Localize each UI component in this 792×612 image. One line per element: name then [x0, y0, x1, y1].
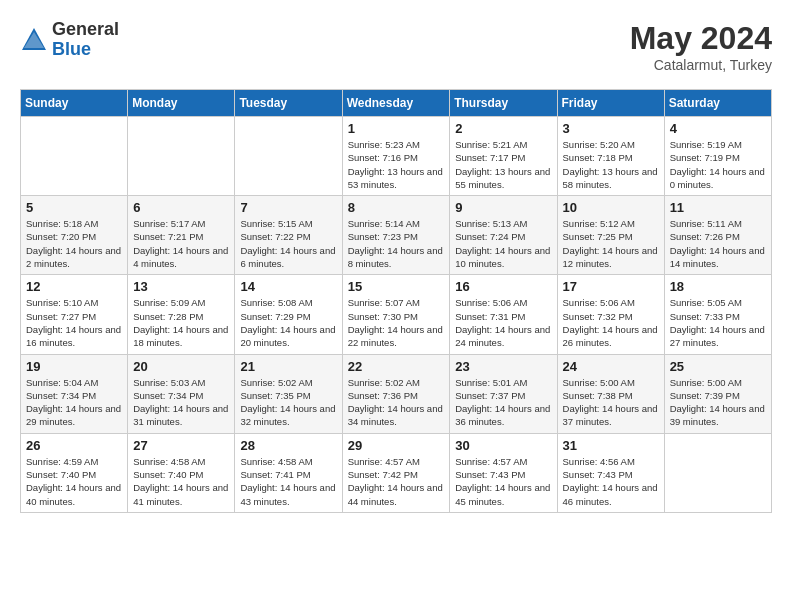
day-number: 28: [240, 438, 336, 453]
calendar-cell: 2Sunrise: 5:21 AM Sunset: 7:17 PM Daylig…: [450, 117, 557, 196]
day-info: Sunrise: 4:58 AM Sunset: 7:40 PM Dayligh…: [133, 455, 229, 508]
day-info: Sunrise: 5:11 AM Sunset: 7:26 PM Dayligh…: [670, 217, 766, 270]
day-number: 16: [455, 279, 551, 294]
calendar-cell: 24Sunrise: 5:00 AM Sunset: 7:38 PM Dayli…: [557, 354, 664, 433]
svg-marker-1: [24, 32, 44, 48]
calendar-cell: 6Sunrise: 5:17 AM Sunset: 7:21 PM Daylig…: [128, 196, 235, 275]
day-number: 21: [240, 359, 336, 374]
weekday-header-saturday: Saturday: [664, 90, 771, 117]
calendar-cell: 25Sunrise: 5:00 AM Sunset: 7:39 PM Dayli…: [664, 354, 771, 433]
day-info: Sunrise: 5:12 AM Sunset: 7:25 PM Dayligh…: [563, 217, 659, 270]
day-info: Sunrise: 5:20 AM Sunset: 7:18 PM Dayligh…: [563, 138, 659, 191]
day-number: 23: [455, 359, 551, 374]
day-info: Sunrise: 5:17 AM Sunset: 7:21 PM Dayligh…: [133, 217, 229, 270]
day-number: 7: [240, 200, 336, 215]
day-info: Sunrise: 5:18 AM Sunset: 7:20 PM Dayligh…: [26, 217, 122, 270]
day-info: Sunrise: 5:02 AM Sunset: 7:35 PM Dayligh…: [240, 376, 336, 429]
day-info: Sunrise: 5:06 AM Sunset: 7:32 PM Dayligh…: [563, 296, 659, 349]
calendar-cell: 29Sunrise: 4:57 AM Sunset: 7:42 PM Dayli…: [342, 433, 450, 512]
day-info: Sunrise: 5:04 AM Sunset: 7:34 PM Dayligh…: [26, 376, 122, 429]
day-info: Sunrise: 4:56 AM Sunset: 7:43 PM Dayligh…: [563, 455, 659, 508]
day-info: Sunrise: 5:00 AM Sunset: 7:38 PM Dayligh…: [563, 376, 659, 429]
day-info: Sunrise: 5:02 AM Sunset: 7:36 PM Dayligh…: [348, 376, 445, 429]
calendar-cell: 31Sunrise: 4:56 AM Sunset: 7:43 PM Dayli…: [557, 433, 664, 512]
calendar-week-3: 12Sunrise: 5:10 AM Sunset: 7:27 PM Dayli…: [21, 275, 772, 354]
day-number: 12: [26, 279, 122, 294]
day-number: 30: [455, 438, 551, 453]
location: Catalarmut, Turkey: [630, 57, 772, 73]
calendar-cell: 14Sunrise: 5:08 AM Sunset: 7:29 PM Dayli…: [235, 275, 342, 354]
page-header: General Blue May 2024 Catalarmut, Turkey: [20, 20, 772, 73]
calendar-cell: 10Sunrise: 5:12 AM Sunset: 7:25 PM Dayli…: [557, 196, 664, 275]
day-number: 20: [133, 359, 229, 374]
calendar: SundayMondayTuesdayWednesdayThursdayFrid…: [20, 89, 772, 513]
logo-general-text: General: [52, 20, 119, 40]
title-block: May 2024 Catalarmut, Turkey: [630, 20, 772, 73]
day-number: 10: [563, 200, 659, 215]
day-info: Sunrise: 5:03 AM Sunset: 7:34 PM Dayligh…: [133, 376, 229, 429]
day-number: 9: [455, 200, 551, 215]
calendar-week-1: 1Sunrise: 5:23 AM Sunset: 7:16 PM Daylig…: [21, 117, 772, 196]
day-info: Sunrise: 4:57 AM Sunset: 7:42 PM Dayligh…: [348, 455, 445, 508]
day-number: 15: [348, 279, 445, 294]
day-info: Sunrise: 5:23 AM Sunset: 7:16 PM Dayligh…: [348, 138, 445, 191]
calendar-cell: 16Sunrise: 5:06 AM Sunset: 7:31 PM Dayli…: [450, 275, 557, 354]
calendar-cell: 19Sunrise: 5:04 AM Sunset: 7:34 PM Dayli…: [21, 354, 128, 433]
day-number: 26: [26, 438, 122, 453]
calendar-cell: [21, 117, 128, 196]
logo-blue-text: Blue: [52, 40, 119, 60]
calendar-cell: 11Sunrise: 5:11 AM Sunset: 7:26 PM Dayli…: [664, 196, 771, 275]
day-number: 2: [455, 121, 551, 136]
month-title: May 2024: [630, 20, 772, 57]
day-number: 18: [670, 279, 766, 294]
day-number: 13: [133, 279, 229, 294]
day-number: 27: [133, 438, 229, 453]
day-number: 5: [26, 200, 122, 215]
weekday-header-sunday: Sunday: [21, 90, 128, 117]
logo-icon: [20, 26, 48, 54]
day-info: Sunrise: 5:06 AM Sunset: 7:31 PM Dayligh…: [455, 296, 551, 349]
calendar-cell: 1Sunrise: 5:23 AM Sunset: 7:16 PM Daylig…: [342, 117, 450, 196]
day-number: 6: [133, 200, 229, 215]
calendar-header-row: SundayMondayTuesdayWednesdayThursdayFrid…: [21, 90, 772, 117]
day-info: Sunrise: 5:10 AM Sunset: 7:27 PM Dayligh…: [26, 296, 122, 349]
calendar-cell: 4Sunrise: 5:19 AM Sunset: 7:19 PM Daylig…: [664, 117, 771, 196]
calendar-week-5: 26Sunrise: 4:59 AM Sunset: 7:40 PM Dayli…: [21, 433, 772, 512]
day-number: 22: [348, 359, 445, 374]
day-info: Sunrise: 5:07 AM Sunset: 7:30 PM Dayligh…: [348, 296, 445, 349]
day-number: 4: [670, 121, 766, 136]
day-info: Sunrise: 5:19 AM Sunset: 7:19 PM Dayligh…: [670, 138, 766, 191]
calendar-cell: 21Sunrise: 5:02 AM Sunset: 7:35 PM Dayli…: [235, 354, 342, 433]
calendar-cell: 23Sunrise: 5:01 AM Sunset: 7:37 PM Dayli…: [450, 354, 557, 433]
day-info: Sunrise: 4:58 AM Sunset: 7:41 PM Dayligh…: [240, 455, 336, 508]
weekday-header-tuesday: Tuesday: [235, 90, 342, 117]
calendar-cell: 27Sunrise: 4:58 AM Sunset: 7:40 PM Dayli…: [128, 433, 235, 512]
day-info: Sunrise: 5:14 AM Sunset: 7:23 PM Dayligh…: [348, 217, 445, 270]
weekday-header-wednesday: Wednesday: [342, 90, 450, 117]
day-number: 19: [26, 359, 122, 374]
weekday-header-monday: Monday: [128, 90, 235, 117]
day-number: 8: [348, 200, 445, 215]
day-number: 24: [563, 359, 659, 374]
calendar-cell: 17Sunrise: 5:06 AM Sunset: 7:32 PM Dayli…: [557, 275, 664, 354]
day-number: 1: [348, 121, 445, 136]
day-info: Sunrise: 5:01 AM Sunset: 7:37 PM Dayligh…: [455, 376, 551, 429]
day-info: Sunrise: 5:15 AM Sunset: 7:22 PM Dayligh…: [240, 217, 336, 270]
calendar-cell: 7Sunrise: 5:15 AM Sunset: 7:22 PM Daylig…: [235, 196, 342, 275]
calendar-cell: 13Sunrise: 5:09 AM Sunset: 7:28 PM Dayli…: [128, 275, 235, 354]
calendar-cell: 20Sunrise: 5:03 AM Sunset: 7:34 PM Dayli…: [128, 354, 235, 433]
calendar-cell: 22Sunrise: 5:02 AM Sunset: 7:36 PM Dayli…: [342, 354, 450, 433]
day-number: 31: [563, 438, 659, 453]
day-number: 17: [563, 279, 659, 294]
day-info: Sunrise: 4:57 AM Sunset: 7:43 PM Dayligh…: [455, 455, 551, 508]
day-number: 11: [670, 200, 766, 215]
calendar-cell: 3Sunrise: 5:20 AM Sunset: 7:18 PM Daylig…: [557, 117, 664, 196]
calendar-cell: [664, 433, 771, 512]
weekday-header-friday: Friday: [557, 90, 664, 117]
day-number: 29: [348, 438, 445, 453]
day-info: Sunrise: 5:08 AM Sunset: 7:29 PM Dayligh…: [240, 296, 336, 349]
calendar-cell: 9Sunrise: 5:13 AM Sunset: 7:24 PM Daylig…: [450, 196, 557, 275]
day-info: Sunrise: 5:21 AM Sunset: 7:17 PM Dayligh…: [455, 138, 551, 191]
calendar-cell: 5Sunrise: 5:18 AM Sunset: 7:20 PM Daylig…: [21, 196, 128, 275]
day-info: Sunrise: 5:13 AM Sunset: 7:24 PM Dayligh…: [455, 217, 551, 270]
